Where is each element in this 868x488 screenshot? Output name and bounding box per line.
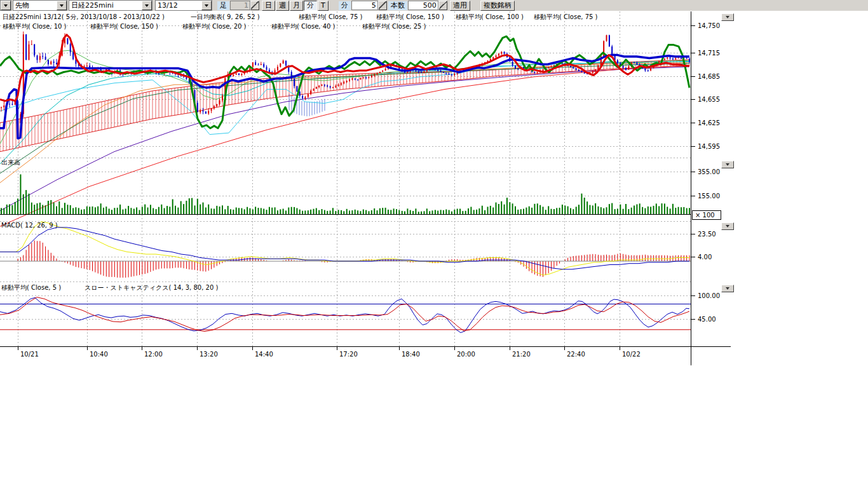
x-axis-label: 22:40 — [567, 351, 585, 358]
volume-multiplier-badge: × 100 — [692, 210, 721, 220]
spinner-icon[interactable] — [378, 1, 387, 10]
chevron-down-icon[interactable] — [1, 1, 11, 10]
y-axis-label: 355.00 — [698, 168, 720, 175]
y-axis-label: 4.00 — [698, 254, 712, 261]
volume-pane-label: 出来高 — [1, 158, 20, 167]
chart-canvas[interactable]: 10/2110:4012:0013:2014:4017:2018:4020:00… — [0, 11, 868, 488]
symbol-select-value: 日経225mini — [69, 1, 142, 10]
y-axis-label: 23.50 — [698, 231, 716, 238]
y-axis-label: 14,625 — [698, 119, 720, 126]
y-axis-label: 14,655 — [698, 96, 720, 103]
y-axis-label: 14,595 — [698, 143, 720, 150]
chevron-down-icon — [726, 163, 729, 166]
bar-count-value[interactable]: 500 — [408, 1, 438, 10]
bar-interval-spinner[interactable]: 1 — [230, 1, 259, 10]
minute-spinner-value[interactable]: 5 — [351, 1, 378, 10]
period-week-button[interactable]: 週 — [276, 1, 289, 11]
stoch-ma-label: 移動平均( Close, 5 ) — [1, 283, 61, 292]
y-axis-label: 155.00 — [698, 193, 720, 200]
chevron-down-icon — [726, 287, 729, 290]
x-axis-label: 20:00 — [457, 351, 475, 358]
price-pane-menu-button[interactable] — [721, 13, 734, 21]
chevron-down-icon[interactable] — [57, 1, 67, 10]
macd-pane-label: MACD( 12, 26, 9 ) — [1, 222, 58, 229]
x-axis-label: 18:40 — [402, 351, 420, 358]
x-axis-label: 17:20 — [339, 351, 358, 358]
y-axis-label: 14,750 — [698, 22, 720, 29]
x-axis-label: 13:20 — [200, 351, 218, 358]
symbol-select[interactable]: 日経225mini — [69, 0, 153, 11]
apply-button[interactable]: 適用 — [450, 1, 470, 11]
y-axis-label: 14,715 — [698, 50, 720, 57]
contract-select[interactable]: 13/12 — [155, 0, 212, 11]
y-axis-label: 45.00 — [698, 316, 716, 323]
period-minute-button[interactable]: 分 — [304, 1, 317, 11]
period-tick-button[interactable]: T — [318, 1, 329, 11]
spinner-icon[interactable] — [250, 1, 259, 10]
x-axis-label: 21:20 — [512, 351, 531, 358]
stoch-pane-label: スロー・ストキャスティクス( 14, 3, 80, 20 ) — [85, 283, 218, 292]
chevron-down-icon[interactable] — [142, 1, 152, 10]
period-day-button[interactable]: 日 — [262, 1, 275, 11]
multi-symbol-button[interactable]: 複数銘柄 — [480, 1, 515, 11]
x-axis-label: 10:40 — [90, 351, 108, 358]
market-select-value: 先物 — [13, 1, 57, 10]
toolbar: 先物 日経225mini 13/12 足 1 日 週 月 分 T 分 5 本数 … — [0, 0, 868, 11]
bar-interval-value[interactable]: 1 — [230, 1, 250, 10]
minute-label: 分 — [339, 1, 351, 10]
x-axis-label: 12:00 — [144, 351, 163, 358]
market-select[interactable]: 先物 — [13, 0, 67, 11]
period-month-button[interactable]: 月 — [290, 1, 303, 11]
x-axis-label: 10/21 — [20, 351, 39, 358]
volume-pane-menu-button[interactable] — [721, 161, 734, 168]
y-axis-label: 14,685 — [698, 73, 720, 80]
x-axis-label: 14:40 — [255, 351, 273, 358]
minute-spinner[interactable]: 5 — [351, 1, 387, 10]
macd-pane-menu-button[interactable] — [721, 222, 734, 230]
trading-app-window: { "toolbar": { "market_value": "先物", "sy… — [0, 0, 868, 488]
bar-count-spinner[interactable]: 500 — [408, 1, 447, 10]
bar-type-label: 足 — [217, 1, 229, 10]
toolbar-overflow-dropdown[interactable] — [0, 0, 11, 11]
spinner-icon[interactable] — [438, 1, 447, 10]
bar-count-label: 本数 — [388, 1, 407, 10]
x-axis-label: 10/22 — [622, 351, 641, 358]
chevron-down-icon[interactable] — [201, 1, 212, 10]
chevron-down-icon — [726, 16, 729, 18]
chevron-down-icon — [726, 225, 729, 227]
contract-select-value: 13/12 — [156, 1, 201, 10]
y-axis-label: 100.00 — [698, 292, 720, 299]
stoch-pane-menu-button[interactable] — [721, 285, 734, 292]
